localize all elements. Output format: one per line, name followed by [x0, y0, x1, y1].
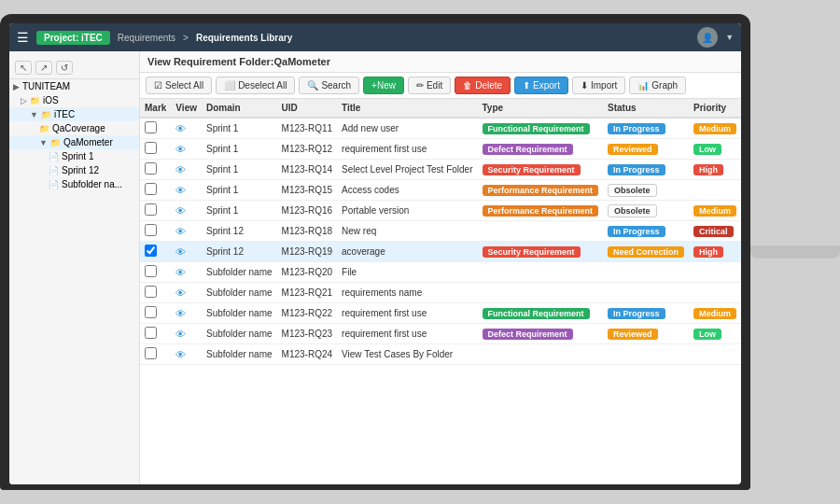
eye-icon[interactable]: 👁 — [175, 308, 186, 319]
cell-type — [478, 344, 604, 365]
hamburger-icon[interactable]: ☰ — [17, 30, 29, 45]
cell-title: View Test Cases By Folder — [337, 344, 477, 365]
sidebar-item-subfolder[interactable]: 📄 Subfolder na... — [9, 177, 139, 191]
cell-mark — [140, 242, 171, 262]
sidebar-item-qamometer[interactable]: ▼ 📁 QaMometer — [9, 135, 139, 149]
cell-uid: M123-RQ18 — [277, 221, 337, 242]
sidebar-collapse-btn[interactable]: ↖ — [15, 61, 32, 75]
sidebar-item-tuniteam[interactable]: ▶ TUNITEAM — [9, 79, 139, 93]
sidebar-refresh-btn[interactable]: ↺ — [56, 61, 73, 75]
avatar-dropdown-icon[interactable]: ▼ — [725, 33, 734, 42]
search-label: Search — [321, 80, 351, 91]
nav-requirements-link[interactable]: Requirements — [118, 33, 175, 43]
row-checkbox[interactable] — [145, 245, 157, 257]
graph-button[interactable]: 📊 Graph — [629, 77, 686, 94]
table-row[interactable]: 👁Subfolder nameM123-RQ23requirement firs… — [140, 324, 741, 344]
eye-icon[interactable]: 👁 — [175, 144, 186, 155]
eye-icon[interactable]: 👁 — [175, 246, 186, 258]
folder-icon: 📁 — [41, 110, 51, 119]
sidebar-item-qacoverage[interactable]: 📁 QaCoverage — [9, 121, 139, 135]
row-checkbox[interactable] — [145, 162, 157, 175]
edit-button[interactable]: ✏ Edit — [408, 77, 451, 94]
cell-type: Security Requirement — [478, 242, 604, 262]
row-checkbox[interactable] — [145, 286, 157, 298]
eye-icon[interactable]: 👁 — [175, 287, 186, 299]
row-checkbox[interactable] — [145, 203, 157, 216]
sidebar-expand-btn[interactable]: ↗ — [35, 61, 52, 75]
cell-view: 👁 — [171, 201, 202, 221]
row-checkbox[interactable] — [145, 224, 157, 236]
table-row[interactable]: 👁Subfolder nameM123-RQ24View Test Cases … — [140, 344, 741, 365]
row-checkbox[interactable] — [145, 183, 157, 195]
row-checkbox[interactable] — [145, 306, 157, 318]
table-row[interactable]: 👁Sprint 12M123-RQ19acoverageSecurity Req… — [140, 242, 741, 262]
eye-icon[interactable]: 👁 — [175, 123, 186, 134]
status-badge: In Progress — [608, 123, 665, 134]
eye-icon[interactable]: 👁 — [175, 267, 186, 278]
requirements-table: Mark View Domain UID Title Type Status P… — [140, 99, 741, 365]
delete-button[interactable]: 🗑 Delete — [455, 77, 511, 94]
cell-priority: High — [689, 160, 741, 180]
status-badge: Reviewed — [608, 329, 658, 340]
search-icon: 🔍 — [307, 80, 318, 91]
eye-icon[interactable]: 👁 — [175, 164, 186, 175]
sidebar-item-sprint12[interactable]: 📄 Sprint 12 — [9, 163, 139, 177]
project-tag[interactable]: Project: iTEC — [36, 31, 110, 45]
cell-priority — [689, 180, 741, 201]
cell-domain: Subfolder name — [202, 283, 277, 303]
cell-title: New req — [337, 221, 477, 242]
cell-domain: Subfolder name — [202, 303, 277, 324]
new-button[interactable]: +New — [363, 77, 404, 94]
eye-icon[interactable]: 👁 — [175, 329, 186, 340]
search-button[interactable]: 🔍 Search — [299, 77, 359, 94]
row-checkbox[interactable] — [145, 327, 157, 339]
table-row[interactable]: 👁Sprint 12M123-RQ18New reqIn ProgressCri… — [140, 221, 741, 242]
new-label: +New — [371, 80, 396, 91]
cell-status: In Progress — [603, 160, 689, 180]
sidebar-item-itec[interactable]: ▼ 📁 iTEC — [9, 107, 139, 121]
table-row[interactable]: 👁Sprint 1M123-RQ12requirement first useD… — [140, 139, 741, 160]
priority-badge: Low — [693, 144, 721, 155]
export-button[interactable]: ⬆ Export — [514, 77, 568, 94]
table-row[interactable]: 👁Subfolder nameM123-RQ22requirement firs… — [140, 303, 741, 324]
cell-type: Security Requirement — [478, 160, 604, 180]
row-checkbox[interactable] — [145, 142, 157, 154]
table-row[interactable]: 👁Sprint 1M123-RQ16Portable versionPerfor… — [140, 201, 741, 221]
avatar[interactable]: 👤 — [697, 27, 718, 48]
cell-mark — [140, 262, 171, 283]
table-row[interactable]: 👁Sprint 1M123-RQ14Select Level Project T… — [140, 160, 741, 180]
cell-mark — [140, 221, 171, 242]
eye-icon[interactable]: 👁 — [175, 205, 186, 217]
col-mark: Mark — [140, 99, 171, 118]
row-checkbox[interactable] — [145, 347, 157, 359]
table-row[interactable]: 👁Subfolder nameM123-RQ20File — [140, 262, 741, 283]
row-checkbox[interactable] — [145, 265, 157, 277]
eye-icon[interactable]: 👁 — [175, 349, 186, 360]
eye-icon[interactable]: 👁 — [175, 185, 186, 196]
table-row[interactable]: 👁Subfolder nameM123-RQ21requirements nam… — [140, 283, 741, 303]
cell-priority: Medium — [689, 201, 741, 221]
edit-icon: ✏ — [416, 80, 424, 91]
cell-status: Obsolete — [603, 180, 689, 201]
row-checkbox[interactable] — [145, 121, 157, 133]
col-view: View — [171, 99, 202, 118]
sidebar-item-ios[interactable]: ▷ 📁 iOS — [9, 93, 139, 107]
sidebar-item-sprint1[interactable]: 📄 Sprint 1 — [9, 149, 139, 163]
eye-icon[interactable]: 👁 — [175, 226, 186, 237]
table-row[interactable]: 👁Sprint 1M123-RQ11Add new userFunctional… — [140, 118, 741, 139]
deselect-all-button[interactable]: ⬜ Deselect All — [216, 77, 295, 94]
checkbox-icon: ☑ — [154, 80, 162, 91]
cell-type: Performance Requirement — [478, 180, 604, 201]
cell-type: Performance Requirement — [478, 201, 604, 221]
table-row[interactable]: 👁Sprint 1M123-RQ15Access codesPerformanc… — [140, 180, 741, 201]
import-button[interactable]: ⬇ Import — [572, 77, 625, 94]
sidebar: ↖ ↗ ↺ ▶ TUNITEAM ▷ 📁 iOS ▼ 📁 iTEC — [9, 51, 140, 484]
priority-badge: Medium — [693, 123, 736, 134]
type-badge: Security Requirement — [483, 246, 581, 258]
select-all-button[interactable]: ☑ Select All — [146, 77, 212, 94]
cell-view: 👁 — [171, 324, 202, 344]
select-all-label: Select All — [165, 80, 203, 91]
cell-view: 👁 — [171, 262, 202, 283]
cell-domain: Sprint 1 — [202, 201, 277, 221]
cell-priority — [689, 344, 741, 365]
